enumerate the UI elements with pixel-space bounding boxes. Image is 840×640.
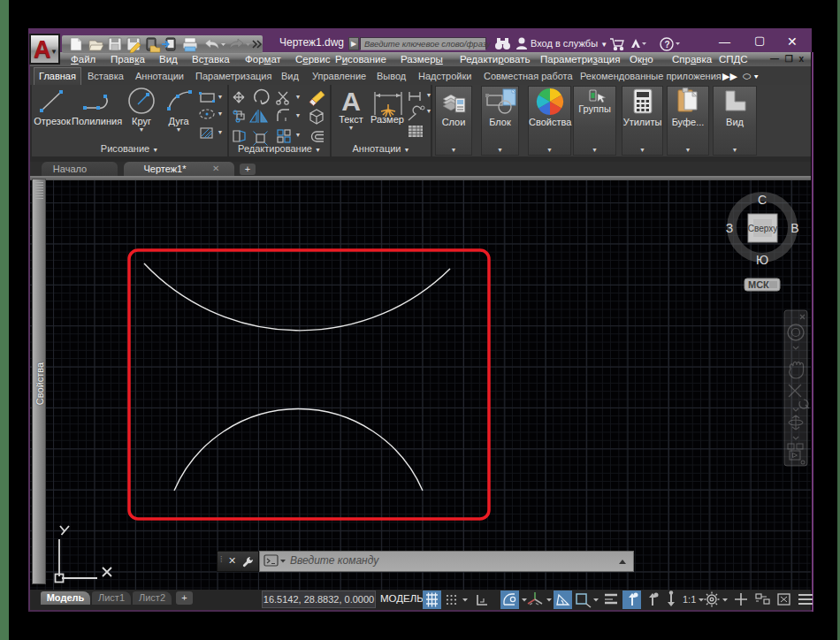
svg-text:Ю: Ю [756, 253, 768, 267]
svg-text:?: ? [665, 40, 670, 50]
svg-text:З: З [726, 221, 733, 235]
svg-text:1:1: 1:1 [683, 594, 696, 605]
svg-text:С: С [758, 193, 767, 207]
svg-text:В: В [790, 221, 798, 235]
svg-text:МСК: МСК [748, 279, 769, 290]
svg-text:Сверху: Сверху [748, 224, 777, 233]
